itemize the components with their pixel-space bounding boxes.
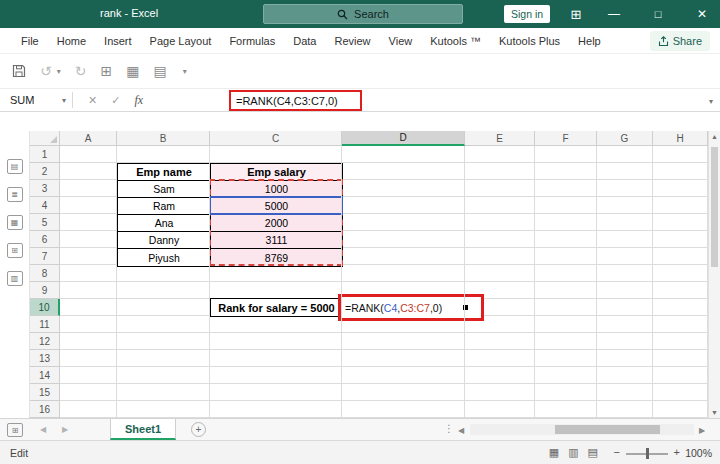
row-header-16[interactable]: 16 [30,401,60,418]
table-row: Danny 3111 [118,232,342,249]
cell-D10-formula-editor[interactable]: =RANK(C4,C3:C7,0) [338,294,484,321]
cell-C2[interactable]: Emp salary [211,164,342,181]
tab-options-icon[interactable]: ⋮ [444,423,454,434]
fill-handle[interactable] [463,305,468,310]
tab-help[interactable]: Help [569,28,610,54]
row-header-5[interactable]: 5 [30,214,60,231]
name-box[interactable]: SUM ▾ [0,89,72,111]
table-tool-icon[interactable]: ⊞ [100,64,112,78]
cell-C4[interactable]: 5000 [211,198,342,215]
tab-page-layout[interactable]: Page Layout [141,28,221,54]
add-sheet-button[interactable]: + [191,422,206,437]
row-header-3[interactable]: 3 [30,180,60,197]
row-header-7[interactable]: 7 [30,248,60,265]
customize-qat-icon[interactable]: ▾ [183,67,187,76]
tab-file[interactable]: File [12,28,48,54]
column-header-F[interactable]: F [535,131,597,146]
hscroll-left-icon[interactable]: ◀ [458,426,464,435]
cell-C7[interactable]: 8769 [211,249,342,266]
column-header-G[interactable]: G [597,131,653,146]
undo-dropdown-icon[interactable]: ▾ [57,67,61,76]
tab-review[interactable]: Review [325,28,379,54]
normal-view-icon[interactable]: ▦ [549,446,559,459]
hscroll-right-icon[interactable]: ▶ [699,426,705,435]
search-box[interactable]: Search [263,4,463,24]
zoom-out-icon[interactable]: − [614,446,620,458]
cell-C3[interactable]: 1000 [211,181,342,198]
names-pane-icon[interactable]: ⊞ [7,243,23,258]
columns-pane-icon[interactable]: ▦ [7,215,23,230]
row-header-6[interactable]: 6 [30,231,60,248]
vertical-scroll-thumb[interactable] [711,147,718,267]
pane-toggle-icon[interactable]: ⊞ [7,423,23,437]
expand-formula-bar-icon[interactable]: ▾ [709,97,713,106]
column-header-C[interactable]: C [210,131,342,146]
zoom-level[interactable]: 100% [685,447,712,459]
page-layout-view-icon[interactable]: ▥ [568,446,578,459]
undo-icon[interactable]: ↺ [40,64,52,78]
sign-in-button[interactable]: Sign in [504,5,550,23]
row-header-4[interactable]: 4 [30,197,60,214]
scroll-up-icon[interactable]: ▲ [709,133,720,140]
minimize-button[interactable]: — [598,0,630,28]
horizontal-scrollbar[interactable] [470,424,694,435]
cell-B7[interactable]: Piyush [118,249,211,266]
redo-icon[interactable]: ↻ [75,64,87,78]
zoom-slider-thumb[interactable] [646,448,649,459]
row-header-2[interactable]: 2 [30,163,60,180]
save-icon[interactable] [12,64,26,78]
column-header-E[interactable]: E [465,131,535,146]
column-header-D[interactable]: D [342,131,465,146]
tab-view[interactable]: View [380,28,422,54]
row-header-15[interactable]: 15 [30,384,60,401]
row-header-9[interactable]: 9 [30,282,60,299]
tab-sheet1[interactable]: Sheet1 [110,419,176,440]
cell-C5[interactable]: 2000 [211,215,342,232]
row-header-14[interactable]: 14 [30,367,60,384]
scroll-down-icon[interactable]: ▼ [709,409,720,416]
tab-kutools-plus[interactable]: Kutools Plus [490,28,569,54]
formula-input[interactable]: =RANK(C4,C3:C7,0) [229,90,362,111]
cell-B2[interactable]: Emp name [118,164,211,181]
row-header-12[interactable]: 12 [30,333,60,350]
tab-formulas[interactable]: Formulas [220,28,284,54]
row-header-10[interactable]: 10 [30,299,60,316]
cancel-entry-icon[interactable]: ✕ [88,94,97,107]
row-header-11[interactable]: 11 [30,316,60,333]
worksheet-pane-icon[interactable]: ≣ [7,187,23,202]
workbook-pane-icon[interactable]: ▤ [7,159,23,174]
row-header-13[interactable]: 13 [30,350,60,367]
find-pane-icon[interactable]: ▥ [7,271,23,286]
row-header-8[interactable]: 8 [30,265,60,282]
previous-sheet-icon[interactable]: ◀ [40,425,46,434]
vertical-scrollbar[interactable]: ▲ ▼ [708,131,720,418]
tab-data[interactable]: Data [284,28,325,54]
select-all-corner[interactable] [30,131,60,146]
confirm-entry-icon[interactable]: ✓ [111,94,120,107]
zoom-in-icon[interactable]: + [674,446,680,458]
page-break-view-icon[interactable]: ▤ [588,446,598,459]
list-tool-icon[interactable]: ▤ [153,64,166,78]
ribbon-display-options-icon[interactable]: ⊞ [560,0,592,28]
column-header-B[interactable]: B [117,131,210,146]
cell-B6[interactable]: Danny [118,232,211,249]
maximize-button[interactable]: □ [642,0,674,28]
tab-kutools[interactable]: Kutools ™ [421,28,490,54]
close-button[interactable]: ✕ [686,0,718,28]
cell-B3[interactable]: Sam [118,181,211,198]
share-button[interactable]: Share [650,31,710,51]
tab-home[interactable]: Home [48,28,95,54]
insert-function-icon[interactable]: fx [134,93,143,108]
tab-insert[interactable]: Insert [95,28,141,54]
grid-tool-icon[interactable]: ▦ [126,64,139,78]
rank-label-cell[interactable]: Rank for salary = 5000 [210,298,343,317]
horizontal-scroll-thumb[interactable] [555,425,660,434]
cell-B5[interactable]: Ana [118,215,211,232]
row-header-1[interactable]: 1 [30,146,60,163]
table-row: Piyush 8769 [118,249,342,266]
next-sheet-icon[interactable]: ▶ [62,425,68,434]
cell-C6[interactable]: 3111 [211,232,342,249]
column-header-H[interactable]: H [653,131,708,146]
cell-B4[interactable]: Ram [118,198,211,215]
column-header-A[interactable]: A [60,131,117,146]
